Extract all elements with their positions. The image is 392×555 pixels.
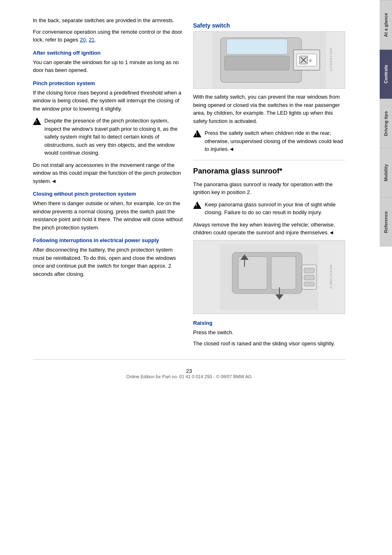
pinch-text-2: Do not install any accessories in the mo… [33, 161, 185, 185]
tab-driving-tips[interactable]: Driving tips [380, 99, 392, 148]
warning-triangle-icon-2 [193, 130, 201, 137]
right-column: Safety switch [193, 16, 345, 351]
tab-at-a-glance[interactable]: At a glance [380, 0, 392, 49]
safety-switch-text: With the safety switch, you can prevent … [193, 93, 345, 125]
after-ignition-heading: After switching off ignition [33, 50, 185, 56]
warning-triangle-icon [33, 118, 41, 125]
svg-text:⊠: ⊠ [309, 59, 312, 62]
intro-text-1: In the back, separate switches are provi… [33, 16, 185, 25]
safety-switch-image: ⊠ W6LTEE5U/F [193, 31, 345, 89]
raising-text-1: Press the switch. [193, 328, 345, 337]
following-heading: Following interruptions in electrical po… [33, 237, 185, 243]
panorama-text-2: Always remove the key when leaving the v… [193, 221, 345, 237]
image-watermark: W6LTEE5U/F [329, 48, 333, 72]
tab-reference[interactable]: Reference [380, 197, 392, 247]
pinch-heading: Pinch protection system [33, 80, 185, 86]
following-text: After disconnecting the battery, the pin… [33, 246, 185, 278]
svg-rect-19 [304, 268, 314, 273]
safety-switch-heading: Safety switch [193, 22, 345, 29]
closing-heading: Closing without pinch protection system [33, 191, 185, 197]
panorama-heading: Panorama glass sunroof* [193, 167, 345, 176]
pinch-text-1: If the closing force rises beyond a pred… [33, 89, 185, 113]
safety-switch-warning-text: Press the safety switch when children ri… [205, 129, 345, 153]
intro-text-2: For convenience operation using the remo… [33, 28, 185, 44]
warning-triangle-icon-3 [193, 201, 201, 209]
section-divider [193, 160, 345, 160]
panorama-warning-box: Keep panorama glass sunroof in your line… [193, 201, 345, 217]
svg-rect-12 [238, 257, 267, 289]
page-footer: 23 Online Edition for Part no. 01 41 0 0… [33, 359, 345, 383]
panorama-warning-text: Keep panorama glass sunroof in your line… [205, 201, 345, 217]
sunroof-image-watermark: W6Z4C5MF/F [329, 264, 332, 289]
panorama-text-1: The panorama glass sunroof is ready for … [193, 180, 345, 197]
svg-rect-2 [225, 56, 290, 70]
tab-mobility[interactable]: Mobility [380, 148, 392, 197]
left-column: In the back, separate switches are provi… [33, 16, 185, 351]
svg-rect-13 [271, 257, 296, 289]
pinch-warning-box: Despite the presence of the pinch protec… [33, 117, 185, 157]
after-ignition-text: You can operate the windows for up to 1 … [33, 58, 185, 74]
closing-text: When there is danger outside or when, fo… [33, 199, 185, 231]
safety-switch-warning-box: Press the safety switch when children ri… [193, 129, 345, 153]
raising-text-2: The closed roof is raised and the slidin… [193, 340, 345, 348]
footer-text: Online Edition for Part no. 01 41 0 014 … [126, 374, 251, 379]
page-number: 23 [186, 368, 192, 374]
pinch-warning-text: Despite the presence of the pinch protec… [44, 117, 185, 157]
svg-rect-3 [227, 39, 288, 54]
link-20[interactable]: 20 [80, 37, 85, 43]
link-21[interactable]: 21 [89, 37, 95, 43]
svg-rect-21 [304, 282, 314, 286]
right-tabs: At a glance Controls Driving tips Mobili… [380, 0, 392, 555]
sunroof-image: W6Z4C5MF/F [193, 240, 345, 314]
svg-rect-20 [304, 275, 314, 280]
tab-controls[interactable]: Controls [380, 49, 392, 99]
raising-heading: Raising [193, 320, 345, 326]
